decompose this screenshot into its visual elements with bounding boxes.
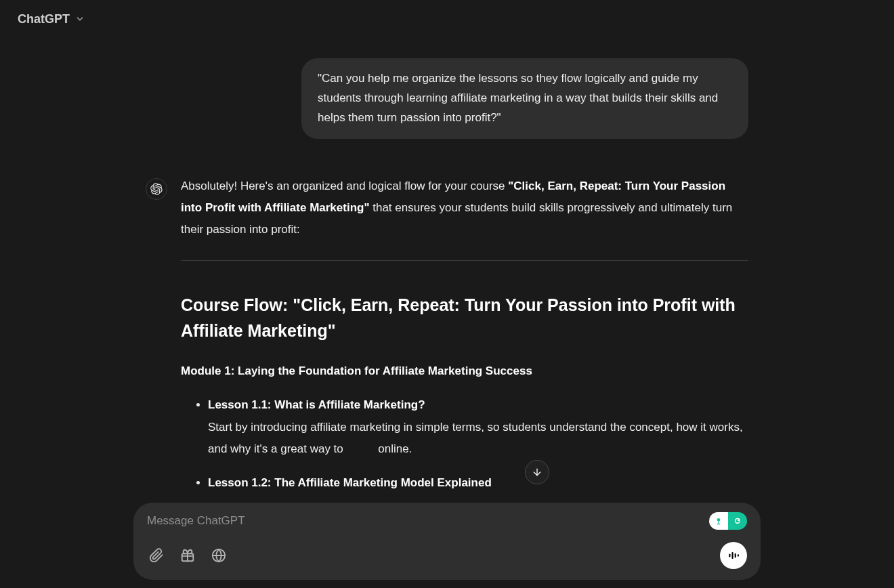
svg-rect-9 <box>732 552 733 559</box>
openai-logo-icon <box>150 183 163 195</box>
assistant-avatar <box>146 178 167 200</box>
header: ChatGPT <box>0 0 894 38</box>
lesson-title: Lesson 1.2: The Affiliate Marketing Mode… <box>208 476 492 489</box>
svg-rect-10 <box>735 553 736 558</box>
globe-icon <box>211 548 226 563</box>
composer <box>133 503 761 580</box>
svg-rect-8 <box>729 554 730 558</box>
paperclip-icon <box>149 548 164 563</box>
list-item: Lesson 1.2: The Affiliate Marketing Mode… <box>208 472 748 494</box>
voice-send-button[interactable] <box>720 542 747 569</box>
list-item: Lesson 1.1: What is Affiliate Marketing?… <box>208 394 748 460</box>
svg-rect-3 <box>717 524 721 524</box>
arrow-down-icon <box>532 467 542 478</box>
model-selector-button[interactable]: ChatGPT <box>18 12 85 26</box>
extension-badge-left-icon <box>709 512 728 530</box>
divider <box>181 260 748 261</box>
lesson-title: Lesson 1.1: What is Affiliate Marketing? <box>208 398 425 411</box>
assistant-intro: Absolutely! Here's an organized and logi… <box>181 175 748 241</box>
web-button[interactable] <box>209 546 228 565</box>
svg-rect-11 <box>738 554 739 556</box>
lesson-list: Lesson 1.1: What is Affiliate Marketing?… <box>181 394 748 494</box>
tools-button[interactable] <box>178 546 197 565</box>
grammarly-icon <box>728 512 747 530</box>
svg-rect-2 <box>718 521 719 524</box>
extension-badge[interactable] <box>709 512 747 530</box>
chevron-down-icon <box>75 14 85 24</box>
svg-point-1 <box>717 518 721 522</box>
model-label: ChatGPT <box>18 12 70 26</box>
user-message: "Can you help me organize the lessons so… <box>301 58 748 139</box>
assistant-message: Absolutely! Here's an organized and logi… <box>146 175 748 501</box>
gift-icon <box>180 548 195 563</box>
module-title: Module 1: Laying the Foundation for Affi… <box>181 360 748 382</box>
scroll-to-bottom-button[interactable] <box>525 460 549 484</box>
lesson-description: Start by introducing affiliate marketing… <box>208 421 743 455</box>
user-message-text: "Can you help me organize the lessons so… <box>318 72 718 124</box>
course-flow-heading: Course Flow: "Click, Earn, Repeat: Turn … <box>181 292 748 345</box>
attach-button[interactable] <box>147 546 166 565</box>
audio-bars-icon <box>727 549 740 562</box>
message-input[interactable] <box>147 514 709 528</box>
chat-area: "Can you help me organize the lessons so… <box>0 38 894 501</box>
